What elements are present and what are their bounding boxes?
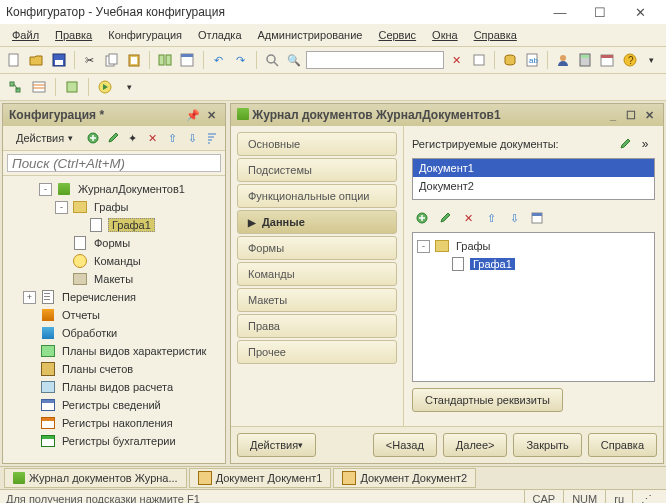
tab-7[interactable]: Права (237, 314, 397, 338)
down-icon[interactable]: ⇩ (183, 127, 201, 149)
tab-6[interactable]: Макеты (237, 288, 397, 312)
standard-requisites-button[interactable]: Стандартные реквизиты (412, 388, 563, 412)
wand-icon[interactable]: ✦ (124, 127, 142, 149)
menu-config[interactable]: Конфигурация (100, 26, 190, 44)
tree-node[interactable]: Регистры накопления (3, 414, 225, 432)
undo-icon[interactable]: ↶ (208, 49, 228, 71)
expand-toggle[interactable]: - (39, 183, 52, 196)
paste-icon[interactable] (124, 49, 144, 71)
tree-mode-icon[interactable] (61, 76, 83, 98)
help-icon[interactable]: ? (620, 49, 640, 71)
edit-icon[interactable] (104, 127, 122, 149)
tree-node[interactable]: +Перечисления (3, 288, 225, 306)
close-button[interactable]: ✕ (620, 5, 660, 20)
syntax-icon[interactable]: ab (522, 49, 542, 71)
calendar-icon[interactable] (597, 49, 617, 71)
tab-3[interactable]: ▶Данные (237, 210, 397, 234)
tab-8[interactable]: Прочее (237, 340, 397, 364)
next-button[interactable]: Далее> (443, 433, 508, 457)
maximize-button[interactable]: ☐ (580, 5, 620, 20)
menu-edit[interactable]: Правка (47, 26, 100, 44)
properties-icon[interactable] (177, 49, 197, 71)
delete-icon[interactable]: ✕ (144, 127, 162, 149)
col-up-icon[interactable]: ⇧ (481, 208, 501, 228)
compare-icon[interactable] (155, 49, 175, 71)
run-icon[interactable] (94, 76, 116, 98)
col-props-icon[interactable] (527, 208, 547, 228)
tree-node[interactable]: Планы видов расчета (3, 378, 225, 396)
menu-debug[interactable]: Отладка (190, 26, 249, 44)
edit-docs-icon[interactable] (615, 134, 635, 154)
menu-windows[interactable]: Окна (424, 26, 466, 44)
run-dropdown-icon[interactable]: ▾ (118, 76, 140, 98)
tree-node[interactable]: Регистры сведений (3, 396, 225, 414)
user-icon[interactable] (553, 49, 573, 71)
documents-listbox[interactable]: Документ1Документ2 (412, 158, 655, 200)
tree-node[interactable]: Регистры бухгалтерии (3, 432, 225, 450)
tree-node[interactable]: Отчеты (3, 306, 225, 324)
more-icon[interactable]: ▾ (642, 49, 662, 71)
struct-icon[interactable] (4, 76, 26, 98)
db-icon[interactable] (500, 49, 520, 71)
save-icon[interactable] (48, 49, 68, 71)
find-icon[interactable] (262, 49, 282, 71)
expand-icon[interactable]: » (635, 134, 655, 154)
close-form-button[interactable]: Закрыть (513, 433, 581, 457)
col-delete-icon[interactable]: ✕ (458, 208, 478, 228)
tab-4[interactable]: Формы (237, 236, 397, 260)
add-icon[interactable] (84, 127, 102, 149)
expand-toggle[interactable]: - (55, 201, 68, 214)
col-down-icon[interactable]: ⇩ (504, 208, 524, 228)
list-icon[interactable] (28, 76, 50, 98)
zoom-icon[interactable]: 🔍 (284, 49, 304, 71)
editor-close-icon[interactable]: ✕ (641, 107, 657, 123)
open-icon[interactable] (26, 49, 46, 71)
tab-2[interactable]: Функциональные опции (237, 184, 397, 208)
tree-node[interactable]: Формы (3, 234, 225, 252)
up-icon[interactable]: ⇧ (164, 127, 182, 149)
pane-close-icon[interactable]: ✕ (203, 107, 219, 123)
tree-node[interactable]: -Графы (3, 198, 225, 216)
menu-service[interactable]: Сервис (370, 26, 424, 44)
tree-node[interactable]: Графа1 (3, 216, 225, 234)
tab-0[interactable]: Основные (237, 132, 397, 156)
tab-5[interactable]: Команды (237, 262, 397, 286)
new-icon[interactable] (4, 49, 24, 71)
editor-maximize-icon[interactable]: ☐ (623, 107, 639, 123)
cut-icon[interactable]: ✂ (80, 49, 100, 71)
tree-node[interactable]: Обработки (3, 324, 225, 342)
config-tree[interactable]: -ЖурналДокументов1-ГрафыГрафа1ФормыКоман… (3, 176, 225, 463)
tree-node[interactable]: -Графы (413, 237, 654, 255)
menu-file[interactable]: Файл (4, 26, 47, 44)
tree-search-input[interactable] (7, 154, 221, 172)
menu-admin[interactable]: Администрирование (250, 26, 371, 44)
tree-node[interactable]: Планы счетов (3, 360, 225, 378)
copy-icon[interactable] (102, 49, 122, 71)
tree-node[interactable]: Графа1 (413, 255, 654, 273)
tree-node[interactable]: Команды (3, 252, 225, 270)
tree-node[interactable]: Планы видов характеристик (3, 342, 225, 360)
redo-icon[interactable]: ↷ (231, 49, 251, 71)
actions-button[interactable]: Действия ▾ (7, 129, 82, 147)
pin-icon[interactable]: 📌 (185, 107, 201, 123)
search-dropdown-icon[interactable] (468, 49, 488, 71)
toolbar-search[interactable] (306, 51, 444, 69)
window-tab-2[interactable]: Документ Документ2 (333, 468, 476, 488)
calc-icon[interactable] (575, 49, 595, 71)
tree-node[interactable]: -ЖурналДокументов1 (3, 180, 225, 198)
col-edit-icon[interactable] (435, 208, 455, 228)
col-add-icon[interactable] (412, 208, 432, 228)
sort-icon[interactable] (203, 127, 221, 149)
expand-toggle[interactable]: + (23, 291, 36, 304)
columns-tree[interactable]: -ГрафыГрафа1 (412, 232, 655, 382)
clear-search-icon[interactable]: ✕ (446, 49, 466, 71)
list-item[interactable]: Документ2 (413, 177, 654, 195)
window-tab-0[interactable]: Журнал документов Журна... (4, 468, 187, 488)
back-button[interactable]: <Назад (373, 433, 437, 457)
menu-help[interactable]: Справка (466, 26, 525, 44)
help-button[interactable]: Справка (588, 433, 657, 457)
expand-toggle[interactable]: - (417, 240, 430, 253)
tree-node[interactable]: Макеты (3, 270, 225, 288)
list-item[interactable]: Документ1 (413, 159, 654, 177)
editor-minimize-icon[interactable]: _ (605, 107, 621, 123)
